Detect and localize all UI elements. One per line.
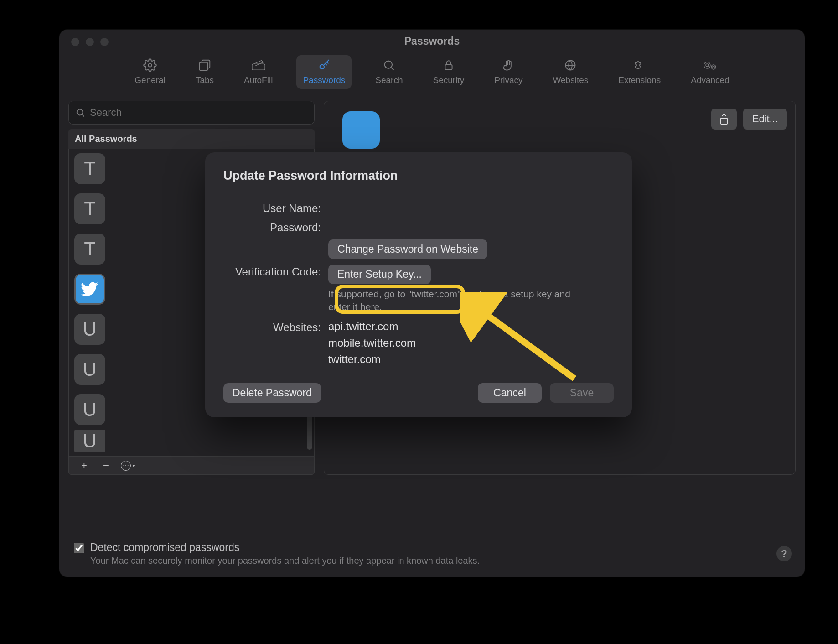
enter-setup-key-button[interactable]: Enter Setup Key... [328,265,431,284]
websites-list: api.twitter.com mobile.twitter.com twitt… [328,320,614,366]
websites-label: Websites: [223,320,328,366]
search-icon [75,108,85,118]
panel-actions: Edit... [711,109,787,130]
minimize-window-button[interactable] [86,38,94,46]
toolbar-label: Websites [553,75,588,85]
website-item: twitter.com [328,353,381,366]
toolbar-label: Tabs [196,75,214,85]
titlebar: Passwords [59,30,805,52]
window-controls [71,38,109,46]
site-avatar: T [74,153,105,184]
lock-icon [441,58,456,73]
detect-compromised-checkbox[interactable] [74,543,84,553]
detect-compromised-label: Detect compromised passwords [90,541,480,554]
change-password-on-website-button[interactable]: Change Password on Website [328,239,487,259]
delete-password-button[interactable]: Delete Password [223,383,321,403]
site-avatar: U [74,394,105,425]
footer-checkbox-row: Detect compromised passwords Your Mac ca… [74,541,480,566]
toolbar-extensions[interactable]: Extensions [612,55,667,89]
gear-icon [143,58,157,73]
gears-icon [703,58,717,73]
ellipsis-icon: ⋯ [121,461,131,471]
toolbar-privacy[interactable]: Privacy [488,55,529,89]
svg-rect-2 [252,64,265,70]
toolbar-label: Passwords [303,75,345,85]
puzzle-icon [632,58,647,73]
svg-point-8 [704,62,710,68]
username-field[interactable] [328,201,614,215]
toolbar: General Tabs AutoFill Passwords Search [59,52,805,96]
username-label: User Name: [223,201,328,215]
svg-point-11 [77,109,83,115]
detail-site-avatar [342,111,380,149]
pencil-icon [251,58,266,73]
tabs-icon [197,58,212,73]
site-avatar: U [74,314,105,345]
window-title: Passwords [404,35,460,47]
search-field[interactable] [68,101,315,125]
update-password-sheet: Update Password Information User Name: P… [205,152,632,417]
key-icon [317,58,331,73]
toolbar-label: Extensions [618,75,661,85]
toolbar-tabs[interactable]: Tabs [189,55,220,89]
list-item[interactable]: U [69,430,314,452]
toolbar-websites[interactable]: Websites [546,55,595,89]
zoom-window-button[interactable] [100,38,109,46]
remove-button[interactable]: − [95,457,117,474]
sheet-footer: Delete Password Cancel Save [223,383,614,403]
verification-help-text: If supported, go to "twitter.com" to obt… [328,288,584,314]
site-avatar: U [74,354,105,385]
toolbar-security[interactable]: Security [427,55,471,89]
toolbar-label: AutoFill [244,75,273,85]
website-item: api.twitter.com [328,320,398,333]
svg-point-0 [148,63,152,67]
search-input[interactable] [90,107,308,119]
globe-icon [563,58,578,73]
svg-point-4 [385,61,392,68]
toolbar-search[interactable]: Search [369,55,409,89]
svg-rect-5 [445,65,452,70]
search-icon [382,58,396,73]
toolbar-label: Advanced [691,75,729,85]
chevron-down-icon: ▾ [133,463,135,468]
website-item: mobile.twitter.com [328,337,416,349]
password-label: Password: [223,220,328,234]
hand-icon [501,58,516,73]
more-button[interactable]: ⋯ ▾ [117,457,139,474]
toolbar-autofill[interactable]: AutoFill [238,55,279,89]
toolbar-general[interactable]: General [128,55,172,89]
help-button[interactable]: ? [776,546,792,561]
twitter-avatar [74,274,105,305]
add-button[interactable]: + [73,457,95,474]
toolbar-label: General [134,75,166,85]
toolbar-label: Privacy [494,75,522,85]
toolbar-advanced[interactable]: Advanced [684,55,736,89]
edit-button[interactable]: Edit... [743,109,787,130]
share-button[interactable] [711,109,737,130]
site-avatar: T [74,193,105,224]
sheet-title: Update Password Information [223,169,614,183]
detect-compromised-subtitle: Your Mac can securely monitor your passw… [90,556,480,566]
cancel-button[interactable]: Cancel [478,383,542,403]
svg-point-7 [706,64,709,67]
sidebar-footer: + − ⋯ ▾ [68,457,315,475]
site-avatar: T [74,234,105,265]
toolbar-label: Security [433,75,465,85]
site-avatar: U [74,430,105,452]
password-field[interactable] [328,220,614,234]
close-window-button[interactable] [71,38,79,46]
svg-rect-1 [200,62,208,71]
verification-code-label: Verification Code: [223,265,328,314]
svg-point-10 [711,65,716,69]
svg-point-9 [713,66,714,68]
share-icon [719,113,729,125]
toolbar-label: Search [375,75,403,85]
toolbar-passwords[interactable]: Passwords [296,55,352,89]
save-button[interactable]: Save [550,383,614,403]
all-passwords-header[interactable]: All Passwords [68,129,315,149]
